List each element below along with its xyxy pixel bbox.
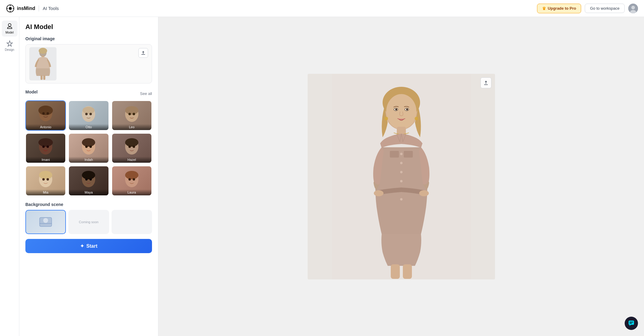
svg-point-44: [85, 178, 88, 181]
svg-point-67: [400, 162, 403, 164]
svg-point-75: [419, 190, 429, 196]
model-card-otto[interactable]: Otto: [68, 100, 109, 131]
model-card-antonio[interactable]: Antonio: [25, 100, 66, 131]
leo-label: Leo: [112, 124, 151, 130]
svg-point-16: [42, 112, 45, 115]
chat-button[interactable]: [625, 317, 638, 330]
svg-point-29: [47, 145, 49, 148]
hazel-label: Hazel: [112, 157, 151, 163]
svg-point-69: [400, 180, 403, 182]
svg-point-45: [89, 178, 92, 181]
preview-upload-button[interactable]: [481, 77, 491, 88]
svg-point-24: [128, 113, 131, 115]
original-image-preview: [29, 47, 57, 80]
logo-text: insMind: [17, 6, 35, 11]
preview-model-figure: [332, 74, 471, 279]
svg-rect-77: [403, 264, 412, 279]
original-model-silhouette: [32, 47, 53, 80]
workspace-button[interactable]: Go to workspace: [585, 4, 625, 13]
model-card-laura[interactable]: Laura: [112, 166, 152, 196]
svg-point-43: [82, 171, 95, 179]
svg-point-7: [631, 6, 635, 9]
svg-rect-72: [390, 151, 399, 158]
panel: AI Model Original image: [19, 17, 158, 336]
header-left: insMind AI Tools: [6, 4, 59, 13]
model-card-mia[interactable]: Mia: [25, 166, 66, 196]
svg-point-64: [415, 117, 418, 120]
header: insMind AI Tools ♛ Upgrade to Pro Go to …: [0, 0, 644, 17]
svg-rect-78: [629, 321, 634, 325]
svg-point-56: [386, 94, 416, 129]
icon-sidebar: Model Design: [0, 17, 19, 336]
model-card-imani[interactable]: Imani: [25, 133, 66, 163]
svg-point-31: [82, 138, 95, 147]
svg-point-74: [374, 190, 383, 196]
sidebar-item-design[interactable]: Design: [2, 38, 18, 54]
svg-point-10: [39, 48, 47, 54]
svg-point-48: [128, 178, 131, 181]
antonio-label: Antonio: [26, 124, 65, 130]
scene-pattern-icon: [38, 216, 53, 228]
svg-point-66: [400, 153, 403, 155]
svg-point-1: [9, 7, 12, 10]
background-scene-label: Background scene: [25, 202, 152, 207]
start-label: Start: [86, 243, 97, 249]
indah-label: Indah: [69, 157, 108, 163]
crown-icon: ♛: [542, 6, 546, 11]
header-divider: [39, 5, 39, 11]
sidebar-item-model[interactable]: Model: [2, 21, 18, 37]
svg-point-47: [125, 171, 138, 179]
panel-title: AI Model: [25, 23, 152, 31]
avatar[interactable]: [628, 4, 638, 13]
svg-point-15: [38, 106, 53, 115]
background-scene-placeholder: [112, 210, 152, 234]
preview-area: [158, 17, 644, 336]
logo-icon: [6, 4, 15, 13]
sidebar-model-label: Model: [5, 31, 14, 34]
svg-point-19: [83, 107, 95, 114]
svg-rect-73: [404, 151, 413, 158]
svg-point-62: [406, 109, 408, 110]
svg-point-17: [47, 112, 49, 115]
logo: insMind: [6, 4, 35, 13]
model-label: Model: [25, 90, 37, 94]
svg-point-39: [39, 171, 52, 179]
model-card-indah[interactable]: Indah: [68, 133, 109, 163]
svg-rect-12: [40, 75, 43, 80]
svg-point-35: [125, 138, 138, 147]
svg-point-27: [38, 138, 53, 147]
see-all-button[interactable]: See all: [140, 91, 152, 96]
start-btn-container: ✦ Start: [25, 234, 152, 253]
upload-button[interactable]: [138, 48, 148, 58]
model-card-maya[interactable]: Maya: [68, 166, 109, 196]
model-card-hazel[interactable]: Hazel: [112, 133, 152, 163]
background-scene-card-1[interactable]: [25, 210, 66, 234]
start-icon: ✦: [80, 243, 84, 249]
background-scene-coming-soon: Coming soon: [68, 210, 109, 234]
svg-point-28: [42, 145, 45, 148]
svg-point-71: [400, 198, 403, 201]
original-image-box: [25, 44, 152, 83]
upgrade-button[interactable]: ♛ Upgrade to Pro: [537, 4, 581, 13]
svg-point-37: [133, 145, 135, 148]
svg-point-49: [133, 178, 135, 181]
svg-rect-13: [43, 75, 45, 80]
model-grid: Antonio Otto: [25, 100, 152, 196]
header-right: ♛ Upgrade to Pro Go to workspace: [537, 4, 638, 13]
imani-label: Imani: [26, 157, 65, 163]
svg-point-32: [85, 145, 88, 148]
preview-image-container: [308, 74, 495, 279]
sidebar-design-label: Design: [5, 48, 14, 51]
maya-label: Maya: [69, 189, 108, 195]
ai-tools-label: AI Tools: [43, 6, 59, 11]
otto-label: Otto: [69, 124, 108, 130]
svg-point-33: [89, 145, 92, 148]
model-section-header: Model See all: [25, 90, 152, 97]
main-layout: Model Design AI Model Original image: [0, 17, 644, 336]
svg-point-21: [89, 113, 92, 115]
svg-point-52: [43, 218, 48, 223]
model-card-leo[interactable]: Leo: [112, 100, 152, 131]
background-scene-grid: Coming soon: [25, 210, 152, 234]
svg-point-23: [125, 106, 138, 115]
start-button[interactable]: ✦ Start: [25, 239, 152, 253]
